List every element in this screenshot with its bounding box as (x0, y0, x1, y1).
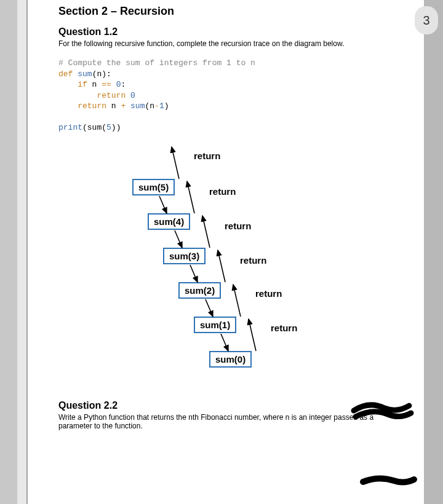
recursion-trace-diagram: return return return return return retur… (58, 142, 391, 388)
question-2-2-title: Question 2.2 (58, 400, 393, 411)
return-arrow-0 (249, 319, 256, 351)
call-arrow-1-0 (221, 334, 228, 351)
code-block: # Compute the sum of integers from 1 to … (58, 58, 393, 133)
call-arrow-4-3 (175, 230, 182, 248)
scribble-bottom (360, 473, 418, 490)
page-number-badge: 3 (415, 6, 438, 34)
return-arrow-4 (187, 181, 194, 213)
page-content: Section 2 – Recursion Question 1.2 For t… (28, 0, 424, 445)
question-1-2-title: Question 1.2 (58, 26, 393, 37)
return-arrow-5 (172, 147, 179, 179)
call-arrow-3-2 (190, 265, 198, 282)
code-def: def (58, 69, 73, 79)
arrows-svg (58, 142, 391, 388)
scribble-top (351, 400, 418, 424)
left-gutter (0, 0, 27, 504)
return-arrow-1 (233, 285, 241, 317)
viewport: Section 2 – Recursion Question 1.2 For t… (0, 0, 443, 504)
call-arrow-5-4 (159, 196, 167, 213)
section-title: Section 2 – Recursion (58, 5, 393, 18)
call-arrow-2-1 (206, 299, 213, 317)
return-arrow-2 (218, 250, 225, 282)
question-1-2-body: For the following recursive function, co… (58, 39, 393, 48)
return-arrow-3 (202, 216, 210, 248)
code-comment: # Compute the sum of integers from 1 to … (58, 58, 255, 68)
ruler-strip (17, 0, 27, 504)
question-2-2-body: Write a Python function that returns the… (58, 413, 393, 430)
document-page: Section 2 – Recursion Question 1.2 For t… (27, 0, 424, 504)
